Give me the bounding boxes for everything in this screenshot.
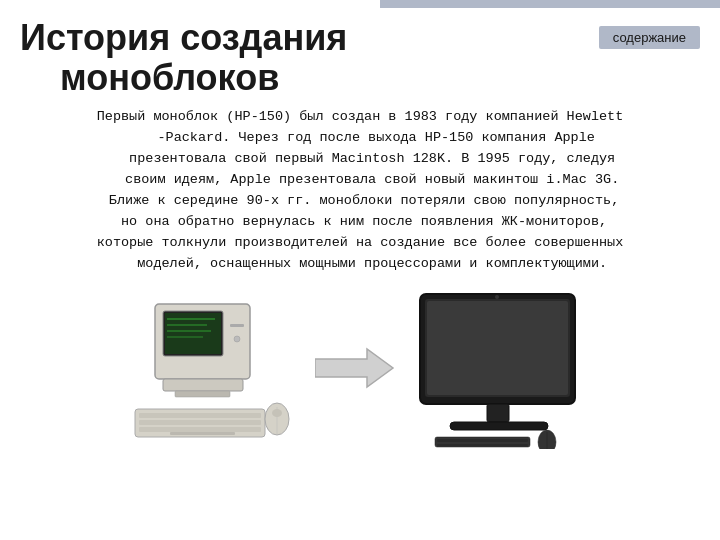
contents-badge[interactable]: содержание (599, 26, 700, 49)
svg-point-8 (234, 336, 240, 342)
svg-rect-7 (230, 324, 244, 327)
svg-rect-9 (163, 379, 243, 391)
body-text: Первый моноблок (HP-150) был создан в 19… (20, 107, 700, 274)
svg-rect-10 (175, 391, 230, 397)
svg-point-23 (495, 295, 499, 299)
svg-rect-28 (437, 444, 528, 446)
top-decorative-bar (380, 0, 720, 8)
title-line2: моноблоков (60, 58, 589, 98)
svg-rect-12 (139, 413, 261, 418)
new-computer-image (405, 289, 595, 449)
old-computer-image (125, 289, 305, 449)
svg-rect-14 (139, 427, 261, 432)
arrow-image (315, 339, 395, 399)
svg-rect-24 (487, 404, 509, 422)
svg-rect-15 (170, 432, 235, 435)
title-line1: История создания (20, 18, 589, 58)
svg-rect-25 (450, 422, 548, 430)
page: История создания моноблоков содержание П… (0, 0, 720, 540)
title-block: История создания моноблоков (20, 18, 589, 97)
svg-rect-27 (437, 439, 528, 442)
svg-rect-22 (427, 301, 568, 395)
header-area: История создания моноблоков содержание (20, 18, 700, 97)
svg-rect-13 (139, 420, 261, 425)
svg-marker-19 (315, 349, 393, 387)
images-row (20, 289, 700, 449)
svg-point-18 (272, 409, 282, 417)
